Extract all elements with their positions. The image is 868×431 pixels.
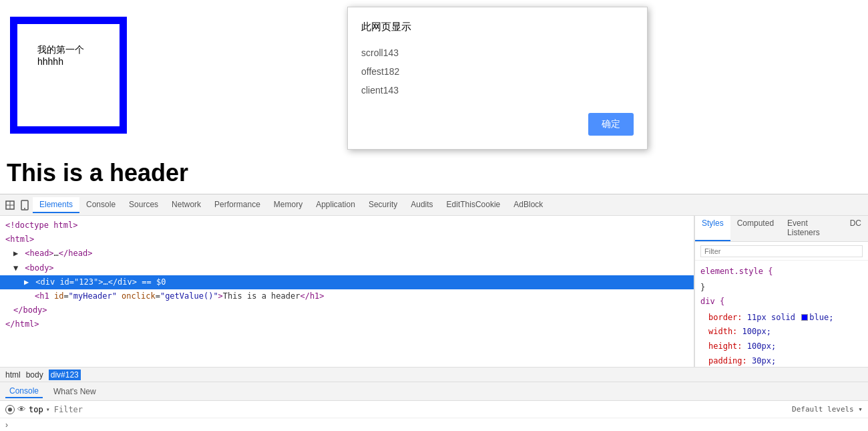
console-tab-console[interactable]: Console — [5, 385, 43, 398]
svg-point-4 — [24, 208, 25, 209]
dom-line[interactable]: <html> — [0, 233, 694, 247]
styles-filter-input[interactable] — [700, 245, 863, 257]
cursor-icon[interactable] — [3, 198, 17, 212]
dom-line[interactable]: ▶ <div id="123">…</div> == $0 — [0, 275, 694, 289]
styles-tab-styles[interactable]: Styles — [695, 216, 730, 241]
prompt-arrow: › — [5, 420, 8, 430]
style-property[interactable]: height: 100px; — [700, 339, 863, 354]
style-selector: element.style { — [700, 265, 863, 279]
scrollable-div[interactable]: 我的第一个hhhhh — [10, 17, 127, 134]
devtools-tab-security[interactable]: Security — [362, 197, 404, 213]
devtools-panel: ElementsConsoleSourcesNetworkPerformance… — [0, 194, 868, 431]
styles-tab-event-listeners[interactable]: Event Listeners — [781, 216, 843, 241]
main-content: 我的第一个hhhhh This is a header 此网页显示 scroll… — [0, 0, 868, 194]
styles-panel: StylesComputedEvent ListenersDC element.… — [694, 216, 868, 367]
dom-line[interactable]: <h1 id="myHeader" onclick="getValue()">T… — [0, 289, 694, 303]
dom-panel[interactable]: <!doctype html><html>▶ <head>…</head>▼ <… — [0, 216, 694, 367]
console-input-row: 👁 top ▾ Default levels ▾ — [0, 400, 868, 418]
devtools-main: <!doctype html><html>▶ <head>…</head>▼ <… — [0, 216, 868, 367]
devtools-tab-sources[interactable]: Sources — [122, 197, 165, 213]
top-dropdown-icon[interactable]: ▾ — [46, 406, 50, 413]
styles-tab-computed[interactable]: Computed — [730, 216, 781, 241]
prompt-row: › — [0, 418, 868, 431]
alert-title: 此网页显示 — [361, 21, 634, 33]
console-bar: ConsoleWhat's New — [0, 382, 868, 400]
devtools-tab-memory[interactable]: Memory — [267, 197, 309, 213]
dom-line[interactable]: </body> — [0, 303, 694, 317]
style-close-brace: } — [700, 281, 863, 295]
dom-line[interactable]: </html> — [0, 317, 694, 331]
alert-line-1: scroll143 — [361, 43, 634, 62]
console-filter-input[interactable] — [54, 405, 788, 414]
devtools-toolbar: ElementsConsoleSourcesNetworkPerformance… — [0, 194, 868, 216]
devtools-tab-performance[interactable]: Performance — [208, 197, 267, 213]
status-crumb-html[interactable]: html — [5, 370, 21, 380]
styles-tab-dc[interactable]: DC — [843, 216, 868, 241]
alert-line-2: offest182 — [361, 62, 634, 81]
devtools-tab-editthiscookie[interactable]: EditThisCookie — [440, 197, 507, 213]
dom-line[interactable]: <!doctype html> — [0, 219, 694, 233]
mobile-icon[interactable] — [18, 198, 31, 212]
alert-body: scroll143 offest182 client143 — [361, 43, 634, 100]
styles-filter — [695, 242, 868, 261]
alert-line-3: client143 — [361, 81, 634, 100]
devtools-tab-audits[interactable]: Audits — [404, 197, 439, 213]
scrollable-content: 我的第一个hhhhh — [37, 44, 99, 67]
styles-content: element.style {}div {border: 11px solid … — [695, 261, 868, 367]
devtools-tab-application[interactable]: Application — [309, 197, 362, 213]
alert-dialog: 此网页显示 scroll143 offest182 client143 确定 — [347, 7, 648, 150]
console-controls: 👁 top ▾ — [5, 404, 50, 414]
devtools-tab-console[interactable]: Console — [79, 197, 122, 213]
console-tab-what's-new[interactable]: What's New — [49, 386, 100, 398]
default-levels-label[interactable]: Default levels ▾ — [792, 405, 863, 414]
devtools-tabs: ElementsConsoleSourcesNetworkPerformance… — [33, 197, 550, 213]
stop-icon[interactable] — [5, 405, 15, 414]
devtools-statusbar: htmlbodydiv#123 — [0, 367, 868, 382]
top-label: top — [29, 405, 43, 414]
style-selector: div { — [700, 295, 863, 309]
style-property[interactable]: border: 11px solid blue; — [700, 311, 863, 325]
devtools-tab-adblock[interactable]: AdBlock — [507, 197, 550, 213]
dom-line[interactable]: ▶ <head>…</head> — [0, 247, 694, 261]
status-crumb-body[interactable]: body — [26, 370, 43, 380]
alert-confirm-button[interactable]: 确定 — [588, 113, 634, 136]
eye-icon[interactable]: 👁 — [17, 404, 26, 414]
status-crumb-div123[interactable]: div#123 — [49, 370, 81, 380]
dom-line[interactable]: ▼ <body> — [0, 261, 694, 275]
style-property[interactable]: padding: 30px; — [700, 354, 863, 367]
devtools-tab-elements[interactable]: Elements — [33, 197, 79, 213]
style-property[interactable]: width: 100px; — [700, 325, 863, 339]
page-header: This is a header — [7, 159, 188, 187]
devtools-tab-network[interactable]: Network — [165, 197, 208, 213]
styles-tabs: StylesComputedEvent ListenersDC — [695, 216, 868, 242]
